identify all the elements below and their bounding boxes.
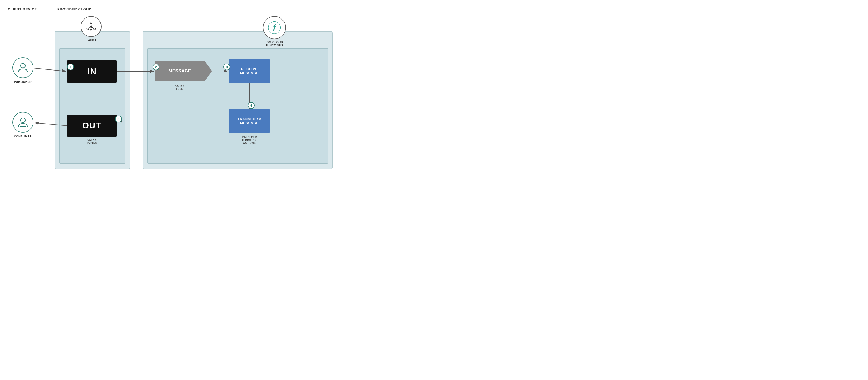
- in-box: IN: [67, 60, 117, 83]
- ibm-icon-circle: f: [263, 16, 286, 39]
- svg-line-12: [92, 27, 94, 28]
- step-4: 4: [248, 102, 255, 109]
- svg-point-2: [21, 118, 25, 123]
- svg-rect-3: [20, 126, 26, 127]
- out-box: OUT: [67, 115, 117, 137]
- publisher-icon: [12, 57, 33, 78]
- ibm-cloud-functions-label: IBM CLOUD FUNCTIONS: [256, 41, 292, 47]
- kafka-feed-label: KAFKAFEED: [161, 85, 198, 90]
- step-2: 2: [153, 64, 159, 70]
- step-3: 3: [223, 64, 230, 70]
- message-shape: MESSAGE: [155, 61, 205, 82]
- svg-point-6: [90, 29, 92, 31]
- client-device-label: CLIENT DEVICE: [8, 7, 37, 11]
- step-5: 5: [115, 116, 122, 122]
- diagram: CLIENT DEVICE PROVIDER CLOUD PUBLISHER C…: [0, 0, 434, 190]
- ibm-function-actions-label: IBM CLOUDFUNCTIONACTIONS: [221, 136, 278, 145]
- kafka-topics-label: KAFKATOPICS: [77, 138, 107, 144]
- kafka-icon-label: KAFKA: [77, 38, 105, 42]
- publisher-label: PUBLISHER: [8, 80, 38, 83]
- svg-point-5: [90, 22, 92, 24]
- step-1: 1: [67, 64, 74, 70]
- transform-message-box: TRANSFORM MESSAGE: [228, 109, 270, 133]
- consumer-icon: [12, 112, 33, 133]
- provider-cloud-label: PROVIDER CLOUD: [57, 7, 92, 11]
- divider: [48, 0, 48, 190]
- consumer-label: CONSUMER: [8, 135, 38, 138]
- svg-point-0: [21, 63, 25, 68]
- kafka-icon-circle: [81, 16, 101, 37]
- svg-text:f: f: [273, 23, 277, 31]
- svg-line-11: [88, 27, 90, 28]
- receive-message-box: RECEIVE MESSAGE: [228, 59, 270, 83]
- svg-rect-1: [20, 71, 26, 72]
